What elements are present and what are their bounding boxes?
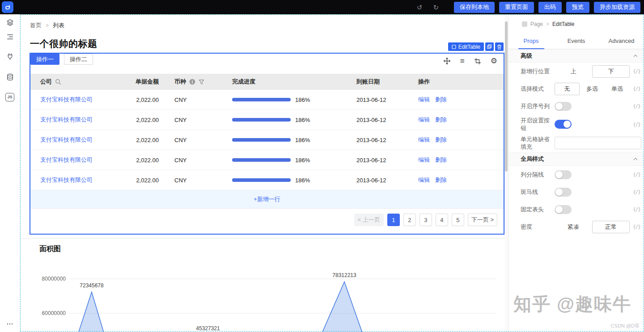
new-row-position-option-1[interactable]: 上 [555,65,592,78]
cell-default-fill-input[interactable] [555,137,641,149]
select-mode-option-2[interactable]: 多选 [580,83,605,95]
canvas-scrollbar[interactable] [504,15,508,332]
topbar-button-generate-code[interactable]: 出码 [538,2,562,13]
edit-link[interactable]: 编辑 [418,136,430,144]
search-icon[interactable] [55,79,61,85]
field-label: 新增行位置 [521,67,553,75]
delete-link[interactable]: 删除 [435,176,447,184]
topbar-button-reset-page[interactable]: 重置页面 [499,2,534,13]
canvas-tab-action-one[interactable]: 操作一 [30,54,59,65]
pagination-page-2[interactable]: 2 [403,214,416,226]
undo-icon[interactable]: ↺ [417,4,423,11]
bind-variable-button[interactable]: {/} [630,189,640,195]
inspector-tab-props[interactable]: Props [508,33,554,49]
bind-variable-button[interactable]: {/} [630,68,640,74]
progress-percent: 186% [295,157,310,164]
pagination-next[interactable]: 下一页 > [468,214,497,226]
select-mode-option-3[interactable]: 单选 [605,83,630,95]
left-toolbar: JS [0,14,20,332]
crop-icon[interactable] [474,58,481,65]
company-link[interactable]: 支付宝科技有限公司 [40,177,93,183]
info-icon[interactable] [189,79,195,85]
actions-cell: 编辑删除 [412,116,504,124]
company-link[interactable]: 支付宝科技有限公司 [40,136,93,143]
bind-variable-button[interactable]: {/} [630,103,640,109]
outline-tree-icon[interactable] [4,30,16,43]
components-icon[interactable] [4,16,16,29]
bind-variable-button[interactable]: {/} [630,122,640,127]
delete-link[interactable]: 删除 [435,136,447,144]
pagination-prev[interactable]: < 上一页 [354,214,384,226]
enable-settings-button-switch[interactable] [555,120,572,129]
company-link[interactable]: 支付宝科技有限公司 [40,96,93,103]
breadcrumb-current: 列表 [53,21,64,29]
delete-link[interactable]: 删除 [435,156,447,164]
field-row-enable-settings-button: 开启设置按钮{/} [508,115,644,134]
plugin-icon[interactable] [4,50,16,63]
enable-index-column-switch[interactable] [555,102,572,111]
column-header-4: 完成进度 [225,78,350,86]
delete-component-button[interactable] [495,42,504,51]
inspector-tab-events[interactable]: Events [554,33,599,49]
company-cell: 支付宝科技有限公司 [30,96,110,104]
more-icon[interactable] [4,318,16,330]
settings-gear-icon[interactable]: ⚙ [491,57,497,65]
topbar-button-preview[interactable]: 预览 [566,2,589,13]
chart-title: 面积图 [39,244,61,254]
delete-link[interactable]: 删除 [435,96,447,104]
delete-link[interactable]: 删除 [435,116,447,124]
selected-component-tag[interactable]: EditTable [448,42,484,51]
topbar-button-save-local[interactable]: 保存到本地 [454,2,495,13]
density-option-2[interactable]: 正常 [592,221,630,233]
bind-variable-button[interactable]: {/} [630,224,640,230]
company-link[interactable]: 支付宝科技有限公司 [40,116,93,123]
svg-text:72345678: 72345678 [80,282,104,289]
bind-variable-button[interactable]: {/} [641,140,644,146]
select-mode-option-group: 无多选单选 [555,83,630,95]
edit-link[interactable]: 编辑 [418,176,430,184]
select-mode-option-1[interactable]: 无 [555,83,580,95]
canvas-tab-action-two[interactable]: 操作二 [64,54,93,65]
copy-component-button[interactable] [485,42,494,51]
bind-variable-button[interactable]: {/} [630,86,640,92]
edittable-component[interactable]: 操作一操作二 ≡ ⚙ 公司单据金额币种完成进度到账日期操作 支付宝科技有限公司2… [30,53,504,235]
scrollbar-thumb[interactable] [505,21,508,172]
selection-toolbar: EditTable [448,42,504,51]
section-header-global-style[interactable]: 全局样式 [508,152,644,166]
zebra-stripes-switch[interactable] [555,188,572,197]
breadcrumb-home[interactable]: 首页 [30,21,42,29]
js-panel-icon[interactable]: JS [4,91,16,103]
table-row: 支付宝科技有限公司2,022.00CNY186%2013-06-12编辑删除 [30,130,504,150]
edit-link[interactable]: 编辑 [418,96,430,104]
filter-icon[interactable] [199,79,204,85]
component-chip-icon [522,21,527,27]
inspector-tab-advanced[interactable]: Advanced [599,33,644,49]
app-logo-icon[interactable] [2,1,13,13]
actions-cell: 编辑删除 [412,136,504,144]
column-settings-icon[interactable]: ≡ [460,57,465,65]
svg-text:80000000: 80000000 [42,276,66,282]
section-header-advanced[interactable]: 高级 [508,49,644,63]
move-icon[interactable] [443,57,451,65]
bind-variable-button[interactable]: {/} [630,206,640,212]
edit-link[interactable]: 编辑 [418,156,430,164]
trash-icon [497,44,502,50]
new-row-position-option-2[interactable]: 下 [592,65,630,78]
pagination-page-4[interactable]: 4 [436,214,448,226]
density-option-1[interactable]: 紧凑 [555,221,592,233]
redo-icon[interactable]: ↻ [433,4,439,11]
table-header-row: 公司单据金额币种完成进度到账日期操作 [30,74,504,90]
breadcrumb-page[interactable]: Page [530,21,543,27]
edit-link[interactable]: 编辑 [418,116,430,124]
column-divider-switch[interactable] [555,170,572,179]
pagination-page-1[interactable]: 1 [387,214,400,226]
topbar-button-async-load-assets[interactable]: 异步加载资源 [594,2,640,13]
datasource-icon[interactable] [4,71,16,83]
fixed-header-switch[interactable] [555,205,572,214]
add-row-button[interactable]: +新增一行 [30,190,504,209]
lowcode-designer: ↺ ↻ 保存到本地重置页面出码预览异步加载资源 JS 首页 > 列表 一个很帅 [0,0,644,332]
pagination-page-3[interactable]: 3 [419,214,432,226]
company-link[interactable]: 支付宝科技有限公司 [40,156,93,163]
bind-variable-button[interactable]: {/} [630,172,640,177]
pagination-page-5[interactable]: 5 [452,214,464,226]
